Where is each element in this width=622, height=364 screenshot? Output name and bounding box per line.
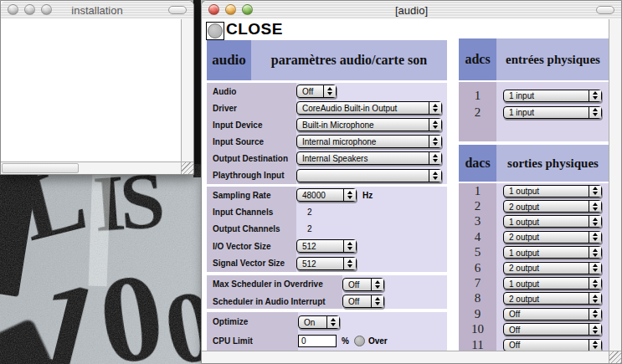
popup-menu[interactable]: Built-in Microphone: [296, 118, 442, 131]
settings-row: Audio Off: [207, 83, 447, 100]
stepper-arrows-icon: [589, 293, 601, 304]
adcs-header: adcs entrées physiques: [459, 38, 609, 80]
row-label: Sampling Rate: [207, 191, 296, 200]
popup-menu[interactable]: CoreAudio Built-in Output: [296, 101, 442, 115]
settings-row: Sampling Rate 48000 Hz: [207, 187, 447, 203]
stepper-arrows-icon: [589, 309, 601, 320]
toolbar-pill-icon[interactable]: [168, 6, 187, 14]
horizontal-scrollbar[interactable]: [1, 161, 181, 174]
popup-value: 2: [296, 206, 357, 219]
popup-value: Off: [343, 279, 371, 290]
photo-dark-sliver: [193, 0, 201, 177]
row-label: Input Device: [207, 120, 296, 130]
popup-menu[interactable]: Internal microphone: [296, 135, 442, 148]
audio-section-tag: audio: [207, 40, 251, 80]
audio-canvas: CLOSE audio paramètres audio/carte son A…: [202, 19, 621, 363]
popup-value: Internal Speakers: [297, 152, 429, 164]
popup-value: 2: [296, 223, 357, 236]
minimize-window-icon[interactable]: [225, 4, 236, 15]
output-popup-menu[interactable]: 2 output: [503, 200, 602, 213]
popup-menu[interactable]: Off: [342, 295, 384, 308]
output-popup-menu[interactable]: 1 output: [503, 277, 602, 290]
installation-canvas: [1, 19, 193, 174]
output-popup-menu[interactable]: 2 output: [503, 292, 602, 305]
popup-value: Off: [297, 85, 323, 97]
settings-row: Signal Vector Size 512: [207, 255, 447, 272]
output-popup-menu[interactable]: 1 output: [503, 246, 602, 259]
zoom-window-icon[interactable]: [242, 4, 253, 15]
dac-row: 5 1 output: [459, 245, 609, 260]
output-popup-menu[interactable]: 1 output: [503, 215, 602, 228]
device-settings-panel: Audio Off Driver CoreAudio Built-in Outp…: [207, 83, 447, 184]
stepper-arrows-icon: [589, 232, 601, 243]
adcs-rows-panel: 1 1 input 2 1 input: [459, 82, 609, 141]
popup-value: Built-in Microphone: [297, 119, 429, 131]
popup-value: Off: [504, 309, 589, 320]
popup-menu[interactable]: Off: [296, 85, 337, 98]
close-window-icon[interactable]: [208, 4, 219, 15]
close-button[interactable]: [206, 22, 224, 40]
resize-grip-icon[interactable]: [181, 161, 193, 174]
scrollbar-thumb[interactable]: [2, 163, 79, 173]
stepper-arrows-icon: [589, 340, 601, 351]
popup-menu[interactable]: Internal Speakers: [296, 151, 442, 165]
zoom-window-icon[interactable]: [41, 4, 52, 15]
settings-row: Output Destination Internal Speakers: [207, 150, 447, 167]
adc-row: 1 1 input: [459, 87, 609, 104]
vertical-scrollbar[interactable]: [181, 19, 193, 161]
popup-menu[interactable]: [296, 169, 442, 182]
popup-value: [297, 170, 429, 182]
cpu-limit-input[interactable]: [298, 335, 337, 347]
stepper-arrows-icon: [343, 189, 356, 201]
popup-menu[interactable]: Off: [342, 278, 384, 291]
popup-menu[interactable]: 512: [296, 257, 357, 270]
row-suffix: Hz: [362, 191, 373, 200]
output-popup-menu[interactable]: Off: [503, 339, 602, 351]
popup-value: 2 output: [504, 293, 589, 304]
minimize-window-icon[interactable]: [24, 4, 35, 15]
stepper-arrows-icon: [371, 279, 383, 290]
dac-row: 9 Off: [459, 306, 609, 321]
window-controls: [8, 4, 52, 15]
toolbar-pill-icon[interactable]: [596, 6, 614, 14]
popup-value: 1 output: [504, 186, 589, 197]
channel-number: 4: [459, 230, 496, 244]
dac-row: 4 2 output: [459, 229, 609, 244]
output-popup-menu[interactable]: 2 output: [503, 231, 602, 244]
adcs-title: entrées physiques: [496, 38, 609, 80]
popup-menu[interactable]: 48000: [296, 188, 357, 202]
stepper-arrows-icon: [589, 263, 601, 274]
popup-value: 1 output: [504, 278, 589, 289]
stepper-arrows-icon: [326, 316, 339, 328]
audio-titlebar[interactable]: [audio]: [202, 1, 621, 20]
optimize-popup-menu[interactable]: On: [298, 315, 340, 329]
resize-grip-icon[interactable]: [609, 351, 621, 363]
popup-menu[interactable]: 512: [296, 239, 357, 253]
stepper-arrows-icon: [589, 107, 601, 118]
channel-number: 2: [459, 199, 496, 213]
output-popup-menu[interactable]: Off: [503, 323, 602, 336]
dac-row: 10 Off: [459, 322, 609, 337]
stepper-arrows-icon: [343, 258, 356, 269]
installation-titlebar[interactable]: installation: [1, 1, 193, 20]
stepper-arrows-icon: [429, 170, 441, 182]
popup-value: Off: [504, 340, 589, 351]
close-window-icon[interactable]: [8, 4, 18, 15]
over-indicator-icon[interactable]: [354, 336, 365, 346]
popup-value: 1 output: [504, 216, 589, 227]
vertical-scrollbar[interactable]: [609, 19, 621, 351]
horizontal-scrollbar[interactable]: [202, 351, 609, 363]
output-popup-menu[interactable]: Off: [503, 308, 602, 320]
row-label: I/O Vector Size: [207, 242, 296, 251]
output-popup-menu[interactable]: 1 output: [503, 185, 602, 197]
input-popup-menu[interactable]: 1 input: [503, 90, 602, 102]
popup-menu[interactable]: 2: [296, 223, 357, 236]
adc-row: 2 1 input: [459, 104, 609, 120]
settings-row: I/O Vector Size 512: [207, 238, 447, 254]
input-popup-menu[interactable]: 1 input: [503, 106, 602, 119]
popup-menu[interactable]: 2: [296, 206, 357, 219]
output-popup-menu[interactable]: 2 output: [503, 262, 602, 274]
stepper-arrows-icon: [589, 278, 601, 289]
stepper-arrows-icon: [589, 186, 601, 197]
window-title: [audio]: [202, 4, 621, 17]
